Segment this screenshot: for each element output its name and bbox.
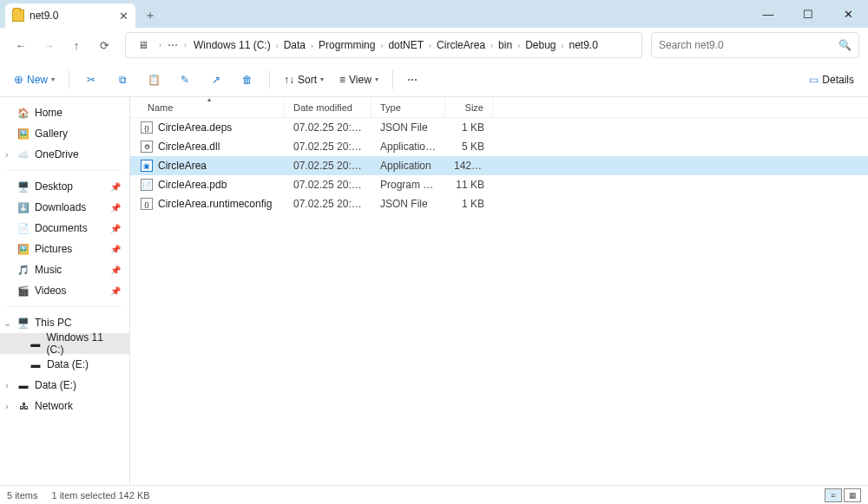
sidebar-label: Videos xyxy=(35,285,66,297)
sidebar-label: Downloads xyxy=(35,201,86,213)
sidebar-icon: 🖼️ xyxy=(17,128,30,140)
sidebar-item[interactable]: 🎬Videos📌 xyxy=(0,280,129,301)
share-button[interactable]: ↗ xyxy=(203,67,229,93)
separator xyxy=(7,306,122,307)
breadcrumb-segment[interactable]: CircleArea xyxy=(433,37,489,53)
details-toggle[interactable]: ▭ Details xyxy=(804,67,859,93)
pin-icon: 📌 xyxy=(110,245,121,254)
sidebar-label: Gallery xyxy=(35,128,68,140)
rename-button[interactable]: ✎ xyxy=(172,67,198,93)
view-toggles: ≡ ▦ xyxy=(825,488,861,502)
delete-button[interactable]: 🗑 xyxy=(234,67,260,93)
file-row[interactable]: 📄CircleArea.pdb07.02.25 20:16Program Deb… xyxy=(130,175,868,194)
sidebar-item[interactable]: 🖼️Gallery xyxy=(0,123,129,144)
file-type: JSON File xyxy=(372,121,445,134)
breadcrumb-segment[interactable]: Progrmming xyxy=(315,37,378,53)
sidebar-item[interactable]: 🏠Home xyxy=(0,102,129,123)
new-tab-button[interactable]: ＋ xyxy=(144,8,156,23)
file-size: 5 KB xyxy=(445,141,493,153)
sidebar-item[interactable]: ☁️OneDrive xyxy=(0,144,129,165)
file-type: Program Debug D... xyxy=(372,179,445,191)
drive-icon: ▬ xyxy=(30,358,42,370)
chevron-down-icon: ▾ xyxy=(320,75,324,83)
file-row[interactable]: {}CircleArea.runtimeconfig07.02.25 20:16… xyxy=(130,194,868,213)
col-date[interactable]: Date modified xyxy=(285,97,372,117)
tab-current[interactable]: net9.0 ✕ xyxy=(5,3,135,28)
sidebar-icon: ⬇️ xyxy=(17,201,30,213)
tab-close-icon[interactable]: ✕ xyxy=(119,10,128,23)
close-button[interactable]: ✕ xyxy=(828,0,868,28)
file-name: CircleArea.deps xyxy=(158,121,232,134)
separator xyxy=(7,170,122,171)
details-view-toggle[interactable]: ≡ xyxy=(825,488,842,502)
file-row[interactable]: {}CircleArea.deps07.02.25 20:16JSON File… xyxy=(130,118,868,137)
sidebar-thispc[interactable]: 🖥️ This PC xyxy=(0,312,129,333)
back-button[interactable]: ← xyxy=(9,33,33,57)
separator xyxy=(269,70,270,89)
toolbar: ⊕ New ▾ ✂ ⧉ 📋 ✎ ↗ 🗑 ↑↓ Sort ▾ ≡ View ▾ ⋯… xyxy=(0,62,868,97)
sidebar-item[interactable]: ▬Windows 11 (C:) xyxy=(0,333,129,354)
paste-button[interactable]: 📋 xyxy=(141,67,167,93)
overflow-crumb-icon[interactable]: ⋯ xyxy=(165,33,181,57)
cut-button[interactable]: ✂ xyxy=(78,67,104,93)
sort-button[interactable]: ↑↓ Sort ▾ xyxy=(279,67,329,93)
address-bar[interactable]: 🖥 › ⋯ › Windows 11 (C:)›Data›Progrmming›… xyxy=(125,32,642,58)
sidebar-icon: 🎬 xyxy=(17,285,30,297)
minimize-button[interactable]: — xyxy=(748,0,788,28)
breadcrumb-segment[interactable]: Windows 11 (C:) xyxy=(190,37,274,53)
sidebar-item[interactable]: 🖧Network xyxy=(0,396,129,416)
item-count: 5 items xyxy=(7,490,37,501)
refresh-button[interactable]: ⟳ xyxy=(92,33,116,57)
file-row[interactable]: ⚙CircleArea.dll07.02.25 20:16Application… xyxy=(130,137,868,156)
sidebar-icon: 🖧 xyxy=(17,400,30,412)
pin-icon: 📌 xyxy=(110,286,121,296)
sidebar-label: Windows 11 (C:) xyxy=(47,331,122,356)
sidebar-item[interactable]: 🎵Music📌 xyxy=(0,259,129,280)
statusbar: 5 items 1 item selected 142 KB ≡ ▦ xyxy=(0,485,868,504)
file-date: 07.02.25 20:16 xyxy=(285,179,372,191)
sort-icon: ↑↓ xyxy=(284,74,294,86)
pc-icon[interactable]: 🖥 xyxy=(131,33,155,57)
chevron-down-icon: ▾ xyxy=(51,75,55,83)
sidebar-icon: ☁️ xyxy=(17,148,30,160)
sidebar-item[interactable]: ⬇️Downloads📌 xyxy=(0,197,129,218)
col-type[interactable]: Type xyxy=(372,97,445,117)
sort-label: Sort xyxy=(298,74,317,86)
breadcrumb-segment[interactable]: Debug xyxy=(522,37,559,53)
sidebar-item[interactable]: ▬Data (E:) xyxy=(0,375,129,396)
file-row[interactable]: ▣CircleArea07.02.25 20:16Application142 … xyxy=(130,156,868,175)
sidebar-item[interactable]: 📄Documents📌 xyxy=(0,218,129,239)
copy-button[interactable]: ⧉ xyxy=(109,67,135,93)
breadcrumb-segment[interactable]: net9.0 xyxy=(566,37,602,53)
maximize-button[interactable]: ☐ xyxy=(788,0,828,28)
search-box[interactable]: 🔍 xyxy=(651,32,859,58)
new-button[interactable]: ⊕ New ▾ xyxy=(9,67,60,93)
file-name: CircleArea xyxy=(158,160,207,172)
file-type: Application exten... xyxy=(372,141,445,153)
breadcrumb-segment[interactable]: bin xyxy=(495,37,516,53)
col-name[interactable]: Name ▴ xyxy=(130,97,285,117)
drive-icon: ▬ xyxy=(17,379,30,391)
view-button[interactable]: ≡ View ▾ xyxy=(334,67,384,93)
col-size[interactable]: Size xyxy=(445,97,493,117)
sidebar-icon: 🖼️ xyxy=(17,243,30,255)
sidebar-item[interactable]: ▬Data (E:) xyxy=(0,354,129,375)
file-type: JSON File xyxy=(372,198,445,210)
details-label: Details xyxy=(822,74,854,86)
folder-icon xyxy=(12,10,24,22)
forward-button[interactable]: → xyxy=(36,33,61,57)
tab-title: net9.0 xyxy=(30,10,58,22)
search-input[interactable] xyxy=(659,39,833,51)
breadcrumb-segment[interactable]: dotNET xyxy=(385,37,427,53)
breadcrumb-segment[interactable]: Data xyxy=(280,37,309,53)
icons-view-toggle[interactable]: ▦ xyxy=(844,488,861,502)
sort-asc-icon: ▴ xyxy=(207,95,211,103)
sidebar-item[interactable]: 🖼️Pictures📌 xyxy=(0,239,129,259)
sidebar-item[interactable]: 🖥️Desktop📌 xyxy=(0,176,129,197)
search-icon[interactable]: 🔍 xyxy=(838,39,852,51)
file-size: 11 KB xyxy=(445,179,493,191)
up-button[interactable]: ↑ xyxy=(64,33,89,57)
pin-icon: 📌 xyxy=(110,182,121,192)
file-size: 142 KB xyxy=(445,160,493,172)
more-button[interactable]: ⋯ xyxy=(402,67,423,93)
